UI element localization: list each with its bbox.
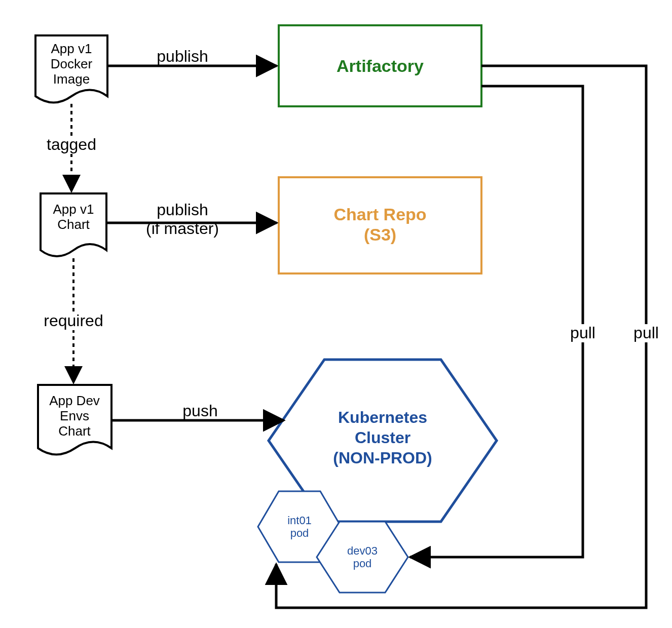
app-chart-line1: App v1 bbox=[53, 202, 94, 217]
docker-image-line3: Image bbox=[53, 71, 90, 87]
chart-repo-line1: Chart Repo bbox=[333, 205, 426, 224]
edge-required-label: required bbox=[44, 311, 103, 330]
docker-image-line2: Docker bbox=[51, 56, 93, 71]
dev-envs-line3: Chart bbox=[58, 423, 91, 439]
edge-push-label: push bbox=[182, 402, 217, 420]
edge-pull-inner-label: pull bbox=[570, 324, 595, 342]
artifactory-title: Artifactory bbox=[337, 56, 424, 75]
dev-envs-line2: Envs bbox=[60, 408, 89, 423]
int01-line2: pod bbox=[290, 527, 309, 539]
docker-image-line1: App v1 bbox=[51, 41, 92, 56]
node-docker-image: App v1 Docker Image bbox=[35, 35, 107, 103]
edge-pull-outer-label: pull bbox=[633, 324, 659, 342]
dev-envs-line1: App Dev bbox=[49, 393, 100, 408]
node-app-chart: App v1 Chart bbox=[41, 193, 106, 256]
app-chart-line2: Chart bbox=[57, 217, 90, 232]
node-chart-repo: Chart Repo (S3) bbox=[279, 177, 481, 273]
edge-publish-chartrepo-l2: (if master) bbox=[146, 219, 219, 238]
dev03-line1: dev03 bbox=[347, 544, 378, 557]
k8s-line3: (NON-PROD) bbox=[333, 449, 432, 467]
k8s-line2: Cluster bbox=[355, 428, 410, 447]
edge-publish-artifactory-label: publish bbox=[157, 47, 208, 65]
node-artifactory: Artifactory bbox=[279, 25, 481, 106]
deployment-diagram: App v1 Docker Image App v1 Chart App Dev… bbox=[0, 0, 672, 628]
k8s-line1: Kubernetes bbox=[338, 408, 427, 426]
node-dev-envs-chart: App Dev Envs Chart bbox=[38, 385, 111, 455]
chart-repo-line2: (S3) bbox=[364, 225, 396, 244]
edge-publish-chartrepo-l1: publish bbox=[157, 201, 208, 219]
edge-tagged-label: tagged bbox=[47, 135, 96, 153]
dev03-line2: pod bbox=[353, 557, 372, 570]
int01-line1: int01 bbox=[287, 514, 312, 527]
